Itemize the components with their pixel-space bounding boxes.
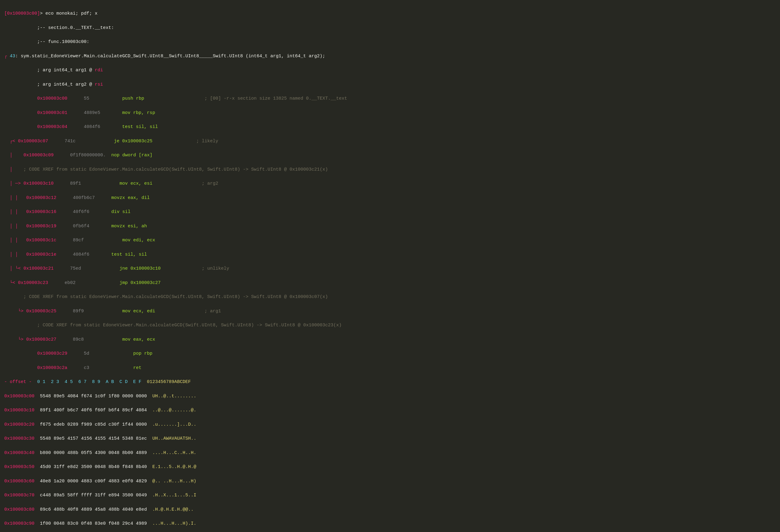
line-c12: │ │ 0x100003c12 400fb6c7 movzx eax, dil [4, 194, 776, 201]
line-hex-c50: 0x100003c50 45d0 31ff e8d2 3500 0048 8b4… [4, 464, 776, 471]
line-hex-c80: 0x100003c80 89c6 488b 40f8 4889 45a8 488… [4, 506, 776, 513]
line-func: ;-- func.100003c00: [4, 38, 776, 45]
line-c25: └> 0x100003c25 89f9 mov ecx, edi ; arg1 [4, 308, 776, 315]
line-hex-header: - offset - 0 1 2 3 4 5 6 7 8 9 A B C D E… [4, 378, 776, 385]
line-xref3: ; CODE XREF from static EdoneViewer.Main… [4, 322, 776, 329]
line-prompt-eco: [0x100003c00]> eco monokai; pdf; x [4, 10, 776, 17]
line-hex-c90: 0x100003c90 1f00 0048 83c0 0f48 83e0 f04… [4, 520, 776, 527]
line-c29: 0x100003c29 5d pop rbp [4, 350, 776, 357]
line-sym: ┌ 43: sym.static_EdoneViewer.Main.calcul… [4, 53, 776, 60]
line-hex-c60: 0x100003c60 40e8 1a20 0000 4883 c00f 488… [4, 478, 776, 485]
line-c19: │ │ 0x100003c19 0fb6f4 movzx esi, ah [4, 223, 776, 230]
line-section-text: ;-- section.0.__TEXT.__text: [4, 25, 776, 32]
terminal-output[interactable]: [0x100003c00]> eco monokai; pdf; x ;-- s… [0, 0, 780, 532]
line-c04: 0x100003c04 4084f6 test sil, sil [4, 124, 776, 131]
line-arg1: ; arg int64_t arg1 @ rdi [4, 67, 776, 74]
line-c16: │ │ 0x100003c16 40f6f6 div sil [4, 208, 776, 215]
line-c21: │ └< 0x100003c21 75ed jne 0x100003c10 ; … [4, 265, 776, 272]
line-c2a: 0x100003c2a c3 ret [4, 365, 776, 372]
line-hex-c10: 0x100003c10 89f1 400f b6c7 40f6 f60f b6f… [4, 407, 776, 414]
line-hex-c30: 0x100003c30 5548 89e5 4157 4156 4155 415… [4, 435, 776, 442]
line-hex-c20: 0x100003c20 f675 edeb 0289 f989 c85d c30… [4, 421, 776, 428]
line-c00: 0x100003c00 55 push rbp ; [00] -r-x sect… [4, 95, 776, 102]
line-arg2: ; arg int64_t arg2 @ rsi [4, 81, 776, 88]
line-c1e: │ │ 0x100003c1e 4084f6 test sil, sil [4, 251, 776, 258]
line-c09: │ 0x100003c09 0f1f80000000. nop dword [r… [4, 152, 776, 159]
line-hex-c40: 0x100003c40 b800 0000 488b 05f5 4300 004… [4, 449, 776, 456]
line-hex-c70: 0x100003c70 c448 89a5 58ff ffff 31ff e89… [4, 492, 776, 499]
line-c10: │ ─> 0x100003c10 89f1 mov ecx, esi ; arg… [4, 180, 776, 187]
line-c07: ┌< 0x100003c07 741c je 0x100003c25 ; lik… [4, 138, 776, 145]
line-c27: └> 0x100003c27 89c8 mov eax, ecx [4, 336, 776, 343]
line-xref2: ; CODE XREF from static EdoneViewer.Main… [4, 293, 776, 300]
line-c1c: │ │ 0x100003c1c 89cf mov edi, ecx [4, 237, 776, 244]
line-hex-c00: 0x100003c00 5548 89e5 4084 f674 1c0f 1f8… [4, 393, 776, 400]
line-xref1: │ ; CODE XREF from static EdoneViewer.Ma… [4, 166, 776, 173]
line-c23: └< 0x100003c23 eb02 jmp 0x100003c27 [4, 279, 776, 286]
line-c01: 0x100003c01 4889e5 mov rbp, rsp [4, 109, 776, 116]
